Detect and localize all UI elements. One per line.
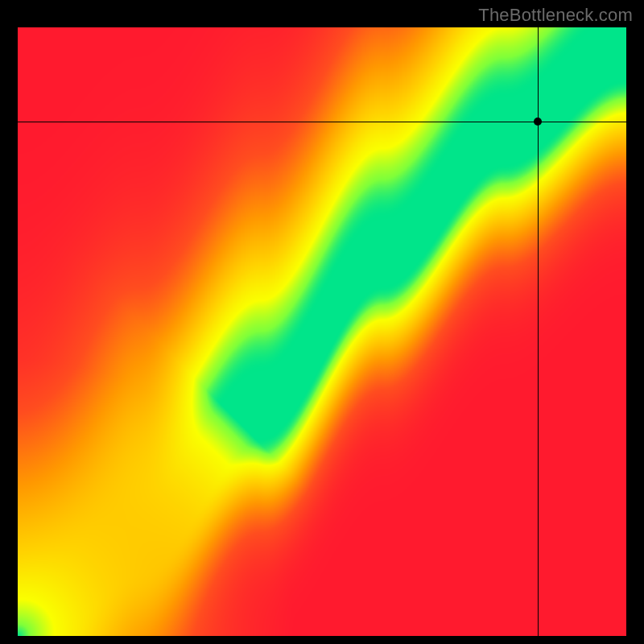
- chart-container: TheBottleneck.com: [0, 0, 644, 644]
- watermark-text: TheBottleneck.com: [478, 5, 633, 26]
- plot-area: [18, 27, 626, 636]
- marker-dot: [534, 118, 542, 126]
